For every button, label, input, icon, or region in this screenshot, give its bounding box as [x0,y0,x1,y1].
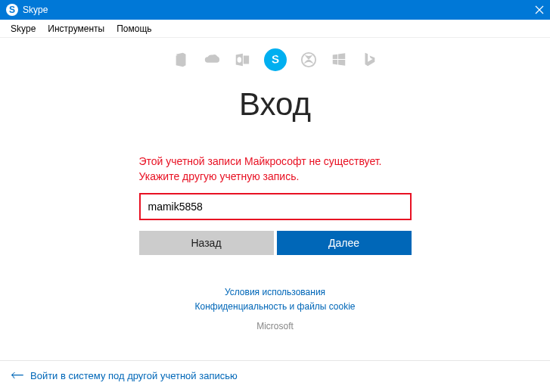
menu-help[interactable]: Помощь [110,21,157,36]
privacy-link[interactable]: Конфиденциальность и файлы cookie [195,301,356,312]
menu-tools[interactable]: Инструменты [42,21,110,36]
svg-point-0 [301,53,315,67]
office-icon [173,51,190,68]
arrow-left-icon: 🡐 [11,368,24,384]
window-title: Skype [23,5,48,15]
close-icon [535,5,544,14]
titlebar: S Skype [0,0,550,20]
page-title: Вход [239,86,311,123]
footer: 🡐 Войти в систему под другой учетной зап… [0,360,550,390]
menu-skype[interactable]: Skype [5,21,42,36]
skype-window-icon: S [6,4,18,16]
next-button[interactable]: Далее [277,231,412,255]
xbox-icon [300,51,317,68]
onedrive-icon [204,51,220,68]
menubar: Skype Инструменты Помощь [0,20,550,38]
bing-icon [361,51,378,68]
error-line1: Этой учетной записи Майкрософт не сущест… [139,154,412,170]
services-icon-row [173,48,378,71]
other-account-label: Войти в систему под другой учетной запис… [30,370,238,381]
footer-links: Условия использования Конфиденциальность… [195,285,356,334]
windows-icon [331,51,347,68]
close-button[interactable] [535,0,544,20]
skype-icon-letter: S [9,5,15,15]
error-line2: Укажите другую учетную запись. [139,170,412,185]
button-row: Назад Далее [139,231,412,255]
outlook-icon [234,51,250,68]
content-area: Вход Этой учетной записи Майкрософт не с… [0,38,550,360]
skype-icon [264,48,287,71]
terms-link[interactable]: Условия использования [225,287,325,297]
error-message: Этой учетной записи Майкрософт не сущест… [139,154,412,184]
microsoft-label: Microsoft [195,319,356,334]
skype-s-icon [268,52,283,67]
login-input[interactable] [139,193,412,220]
other-account-link[interactable]: 🡐 Войти в систему под другой учетной зап… [11,368,238,384]
back-button[interactable]: Назад [139,231,274,255]
